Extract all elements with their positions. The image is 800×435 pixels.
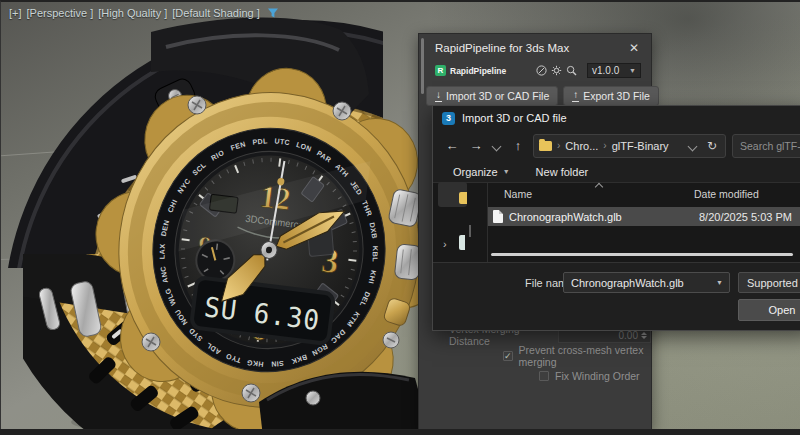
rapidpipeline-logo-icon: R xyxy=(435,65,446,76)
chevron-down-icon: ▼ xyxy=(716,279,729,286)
viewport-menu-pov[interactable]: [Perspective ] xyxy=(27,7,94,19)
chevron-down-icon: ▼ xyxy=(629,67,636,74)
sort-ascending-icon xyxy=(596,184,602,190)
refresh-icon[interactable]: ↻ xyxy=(704,139,720,153)
file-date-cell: 8/20/2025 5:03 PM xyxy=(699,211,792,223)
new-folder-button[interactable]: New folder xyxy=(536,166,589,178)
viewport-menu-quality[interactable]: [High Quality ] xyxy=(98,7,167,19)
open-button-label: Open xyxy=(769,304,796,316)
file-name-cell: ChronographWatch.glb xyxy=(509,211,699,223)
prevent-cross-mesh-checkbox[interactable]: ✓ xyxy=(503,351,513,361)
address-dropdown-icon[interactable] xyxy=(689,142,697,150)
bezel-city-label: PDL xyxy=(252,137,268,147)
nav-drive-icon[interactable] xyxy=(459,235,465,250)
3dsmax-app-icon: 3 xyxy=(442,112,455,125)
nav-folder-icon[interactable] xyxy=(459,192,467,204)
viewport-label: [+] [Perspective ] [High Quality ] [Defa… xyxy=(9,7,279,19)
document-icon xyxy=(493,210,503,223)
up-icon[interactable]: ↑ xyxy=(509,138,527,153)
export-button-label: Export 3D File xyxy=(583,90,650,102)
search-icon[interactable] xyxy=(566,65,577,76)
breadcrumb-parent[interactable]: Chro... xyxy=(565,140,598,152)
forward-icon[interactable]: → xyxy=(467,138,485,153)
dialog-title: Import 3D or CAD file xyxy=(462,112,567,124)
column-header-name[interactable]: Name xyxy=(488,188,694,200)
gear-icon[interactable] xyxy=(551,65,562,76)
horizontal-scrollbar[interactable] xyxy=(491,253,793,256)
dialog-titlebar[interactable]: 3 Import 3D or CAD file xyxy=(433,106,800,130)
organize-label: Organize xyxy=(453,166,498,178)
column-header-date[interactable]: Date modified xyxy=(694,188,759,200)
chevron-down-icon: ▼ xyxy=(503,168,510,175)
crumb-separator: › xyxy=(603,140,606,151)
download-tray-icon: ↓ xyxy=(435,90,442,102)
expand-chevron-icon[interactable]: › xyxy=(443,238,447,250)
name-header-label: Name xyxy=(504,188,532,200)
viewport-menu-shading[interactable]: [Default Shading ] xyxy=(172,7,259,19)
viewport-bottom-edge xyxy=(0,429,800,435)
import-file-dialog: 3 Import 3D or CAD file ← → ↑ › Chro... … xyxy=(432,105,800,331)
new-folder-label: New folder xyxy=(536,166,589,178)
date-header-label: Date modified xyxy=(694,188,759,200)
crumb-separator: › xyxy=(557,140,560,151)
bezel-city-label: LAX xyxy=(159,243,167,259)
check-icon: ✓ xyxy=(504,351,512,361)
search-input[interactable] xyxy=(733,135,800,157)
panel-close-icon[interactable]: ✕ xyxy=(627,41,641,55)
history-chevron-icon[interactable] xyxy=(493,142,501,150)
viewport-menu-plus[interactable]: [+] xyxy=(9,7,22,19)
rapidpipeline-brand-label: RapidPipeline xyxy=(450,66,532,76)
file-row-selected[interactable]: ChronographWatch.glb 8/20/2025 5:03 PM xyxy=(488,207,800,226)
fix-winding-checkbox[interactable] xyxy=(539,371,549,381)
bezel-city-label: KBL xyxy=(371,246,379,263)
back-icon[interactable]: ← xyxy=(443,138,461,153)
file-type-filter-dropdown[interactable]: Supported Formats xyxy=(738,272,800,293)
panel-title: RapidPipeline for 3ds Max xyxy=(435,42,627,54)
folder-icon xyxy=(539,141,552,151)
breadcrumb-current[interactable]: glTF-Binary xyxy=(612,140,669,152)
organize-menu[interactable]: Organize ▼ xyxy=(453,166,510,178)
file-name-combo[interactable]: ChronographWatch.glb ▼ xyxy=(563,272,730,293)
version-dropdown[interactable]: v1.0.0 ▼ xyxy=(587,63,641,78)
edit-icon[interactable] xyxy=(536,65,547,76)
watch-model: UTCLONPARATHJEDTHRDXBKBLKHIDELKTMDACRGNB… xyxy=(1,2,431,435)
bezel-city-label: SIN xyxy=(271,359,284,368)
export-3d-button[interactable]: ↑ Export 3D File xyxy=(563,86,659,106)
panel-drag-handle[interactable] xyxy=(421,38,424,94)
vertex-merge-value: 0.00 xyxy=(619,330,638,341)
file-name-value: ChronographWatch.glb xyxy=(564,277,716,289)
file-list: Name Date modified ChronographWatch.glb … xyxy=(488,183,800,262)
search-box xyxy=(732,134,800,158)
spinner-arrows-icon[interactable] xyxy=(641,332,647,339)
import-3d-button[interactable]: ↓ Import 3D or CAD File xyxy=(426,86,558,106)
version-value: v1.0.0 xyxy=(592,65,619,76)
import-button-label: Import 3D or CAD File xyxy=(446,90,549,102)
open-button[interactable]: Open xyxy=(738,299,800,321)
address-bar[interactable]: › Chro... › glTF-Binary ↻ xyxy=(533,134,726,158)
dialog-nav-pane: › xyxy=(433,183,488,262)
fix-winding-label: Fix Winding Order xyxy=(555,370,640,382)
upload-tray-icon: ↑ xyxy=(572,90,579,102)
filter-label: Supported Formats xyxy=(747,277,800,289)
nav-pane-scrollbar[interactable] xyxy=(469,225,471,237)
viewport-filter-icon[interactable] xyxy=(267,7,279,19)
prevent-cross-mesh-label: Prevent cross-mesh vertex merging xyxy=(519,344,651,368)
